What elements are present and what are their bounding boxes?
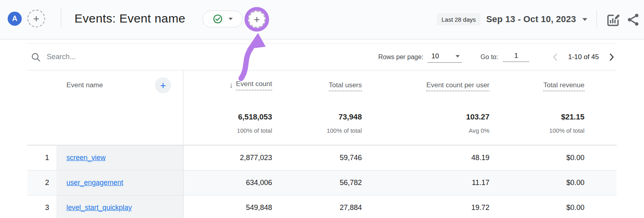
table-toolbar: Rows per page: 10 Go to: 1-10 of 45: [27, 43, 617, 70]
plus-icon: +: [33, 13, 39, 24]
prev-page-button[interactable]: [550, 52, 561, 62]
total-revenue-cell: $0.00: [495, 179, 617, 187]
total-event-count-per-user: 103.27 Avg 0%: [368, 113, 495, 145]
table-row: 1 screen_view 2,877,023 59,746 48.19 $0.…: [27, 145, 617, 170]
total-users-cell: 59,746: [278, 154, 368, 162]
search-box[interactable]: [31, 52, 167, 62]
event-count-per-user-cell: 48.19: [368, 154, 495, 162]
caret-down-icon: [582, 18, 587, 21]
total-total-revenue: $21.15 100% of total: [495, 113, 617, 145]
total-revenue-cell: $0.00: [495, 204, 617, 212]
column-header-event-count-per-user[interactable]: Event count per user: [368, 81, 495, 89]
event-link[interactable]: screen_view: [66, 154, 105, 162]
header-divider: [61, 8, 61, 28]
check-circle-icon: [213, 14, 223, 24]
chart-edit-icon: [605, 12, 621, 28]
event-count-per-user-cell: 11.17: [368, 179, 495, 187]
total-event-count: 6,518,053 100% of total: [183, 113, 278, 145]
search-input[interactable]: [47, 53, 167, 61]
goto-page-input[interactable]: [503, 52, 529, 62]
report-card: Rows per page: 10 Go to: 1-10 of 45: [27, 43, 617, 218]
rows-per-page-value: 10: [431, 52, 439, 60]
date-range-badge: Last 28 days: [437, 13, 481, 25]
plus-icon: +: [160, 80, 166, 90]
column-divider: [183, 71, 184, 218]
report-status-pill[interactable]: [202, 10, 243, 27]
share-button[interactable]: [625, 12, 642, 27]
toolbar-controls: Rows per page: 10 Go to: 1-10 of 45: [378, 44, 617, 70]
header-divider: [597, 10, 597, 28]
add-comparison-button[interactable]: +: [27, 10, 45, 27]
top-header-bar: A + Events: Event name + Last 28 days Se…: [0, 0, 644, 39]
table-row: 2 user_engagement 634,006 56,782 11.17 $…: [27, 170, 617, 195]
table-row: 3 level_start_quickplay 549,848 27,884 1…: [27, 195, 617, 218]
column-header-total-revenue[interactable]: Total revenue: [495, 81, 617, 89]
totals-row: 6,518,053 100% of total 73,948 100% of t…: [27, 100, 617, 145]
ga4-events-report: A + Events: Event name + Last 28 days Se…: [0, 0, 644, 218]
chevron-right-icon: [606, 52, 617, 62]
caret-down-icon: [229, 18, 233, 20]
event-link[interactable]: level_start_quickplay: [66, 204, 132, 212]
event-count-cell: 634,006: [183, 179, 278, 187]
row-number: 2: [27, 179, 56, 187]
row-number: 1: [27, 154, 56, 162]
date-range-text: Sep 13 - Oct 10, 2023: [486, 14, 576, 25]
date-range-selector[interactable]: Sep 13 - Oct 10, 2023: [486, 12, 587, 27]
total-total-users: 73,948 100% of total: [278, 113, 368, 145]
customize-report-button[interactable]: [605, 11, 621, 28]
event-link[interactable]: user_engagement: [66, 179, 123, 187]
sort-desc-icon: ↓: [229, 81, 233, 90]
column-header-event-count[interactable]: ↓ Event count: [183, 80, 278, 90]
event-name-header-label: Event name: [66, 81, 103, 89]
add-report-item-button[interactable]: +: [248, 11, 265, 28]
caret-down-icon: [456, 55, 460, 58]
search-icon: [31, 52, 41, 62]
report-title: Events: Event name: [74, 12, 186, 25]
next-page-button[interactable]: [606, 52, 617, 62]
pagination: 1-10 of 45: [550, 52, 617, 62]
event-count-cell: 2,877,023: [183, 154, 278, 162]
plus-icon: +: [254, 14, 260, 25]
column-header-event-name: Event name +: [56, 77, 183, 93]
share-icon: [625, 12, 641, 27]
event-name-cell: level_start_quickplay: [56, 195, 183, 218]
table-header-row: Event name + ↓ Event count Total users E…: [27, 70, 617, 100]
avatar[interactable]: A: [8, 12, 22, 26]
goto-label: Go to:: [481, 53, 498, 61]
pagination-range: 1-10 of 45: [568, 53, 599, 61]
add-column-button[interactable]: +: [155, 77, 171, 93]
event-name-cell: screen_view: [56, 146, 183, 170]
event-count-per-user-cell: 19.72: [368, 204, 495, 212]
row-number: 3: [27, 204, 56, 212]
column-header-total-users[interactable]: Total users: [278, 81, 368, 89]
total-users-cell: 56,782: [278, 179, 368, 187]
rows-per-page-label: Rows per page:: [378, 53, 423, 61]
chevron-left-icon: [550, 52, 561, 62]
total-users-cell: 27,884: [278, 204, 368, 212]
rows-per-page-select[interactable]: 10: [427, 51, 462, 63]
total-revenue-cell: $0.00: [495, 154, 617, 162]
event-name-cell: user_engagement: [56, 171, 183, 195]
event-count-cell: 549,848: [183, 204, 278, 212]
